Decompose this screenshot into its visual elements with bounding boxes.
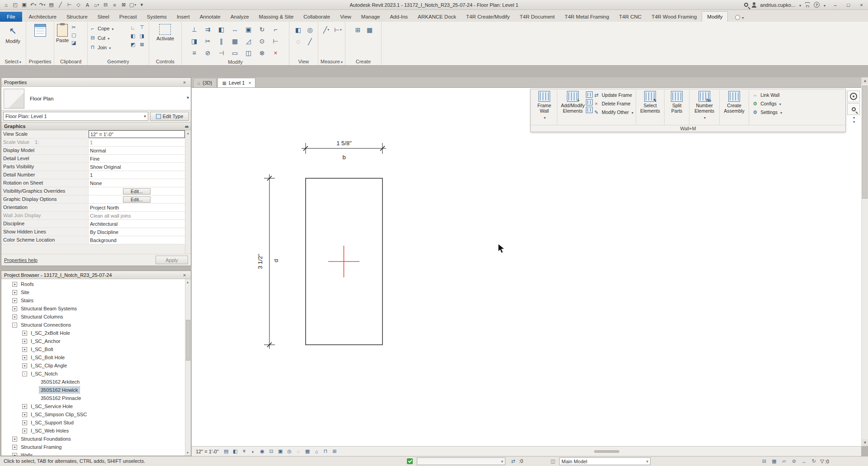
tree-item[interactable]: + Site [1, 288, 185, 296]
selection-filter[interactable]: ▽ :0 [820, 458, 829, 464]
detail-level-icon[interactable]: ▤ [222, 447, 231, 455]
ribbon-tab[interactable]: T4R Document [515, 12, 560, 22]
ribbon-tab[interactable]: T4R Metal Framing [560, 12, 614, 22]
copy-icon[interactable]: ▣ [242, 24, 255, 35]
apply-button[interactable]: Apply [156, 256, 188, 264]
copy-to-clipboard-icon[interactable]: ▢ [70, 32, 77, 38]
disallow-join-icon[interactable]: ⊗ [256, 47, 269, 59]
show-rendering-icon[interactable]: ◉ [258, 447, 267, 455]
worksharing-display-icon[interactable]: ⊞ [330, 447, 339, 455]
panel-label-select[interactable]: Select [0, 57, 26, 65]
remove-paint-icon[interactable]: ◨ [138, 33, 146, 39]
offset-icon[interactable]: ⇉ [202, 24, 214, 35]
design-options-icon[interactable]: ◫ [549, 458, 557, 465]
undo-icon[interactable]: ↶ [29, 1, 38, 9]
properties-close-icon[interactable]: × [181, 80, 188, 85]
ribbon-tab[interactable]: Analyze [226, 12, 254, 22]
split-parts-button[interactable]: Split Parts [667, 90, 687, 114]
sun-path-icon[interactable]: ☀ [240, 447, 249, 455]
editing-requests-icon[interactable]: ⇄ [509, 458, 517, 465]
tree-expander[interactable]: - [22, 371, 27, 376]
scale-icon[interactable]: ◿ [242, 35, 255, 47]
ribbon-tab[interactable]: Add-Ins [385, 12, 413, 22]
worksets-status-icon[interactable]: ▦ [770, 458, 778, 465]
tree-expander[interactable]: + [22, 412, 27, 417]
align-icon[interactable]: ⊥ [188, 24, 201, 35]
ribbon-tab[interactable]: Steel [93, 12, 114, 22]
settings-button[interactable]: ⚙ Settings [751, 109, 782, 116]
display-hidden-icon[interactable]: ◌ [292, 36, 305, 48]
ribbon-tab[interactable]: File [0, 12, 22, 22]
tree-item[interactable]: + I_SC_Support Stud [1, 418, 185, 427]
default-3d-view-icon[interactable]: ⌂ [92, 1, 101, 9]
home-icon[interactable]: ⌂ [2, 1, 10, 9]
reveal-hidden-elements-icon[interactable]: ◌ [294, 447, 303, 455]
account-menu-caret[interactable] [798, 2, 801, 8]
trim-extend-corner-icon[interactable]: ⌐ [269, 24, 282, 35]
ribbon-tab[interactable]: Annotate [195, 12, 226, 22]
tree-item[interactable]: + I_SC_Simpson Clip_SSC [1, 410, 185, 418]
measure-tool-icon[interactable]: ╱ [320, 24, 333, 36]
thin-lines-icon[interactable]: ≡ [110, 1, 119, 9]
scroll-up-icon[interactable]: ▲ [862, 77, 868, 84]
measure-icon[interactable]: ╱ [56, 1, 65, 9]
tree-expander[interactable]: - [12, 323, 17, 328]
type-selector-caret[interactable]: ▾ [187, 95, 189, 100]
paste-button[interactable]: Paste [56, 23, 69, 57]
cut-geometry-button[interactable]: ⊟ Cut [89, 33, 128, 42]
active-workset-select[interactable] [417, 457, 505, 465]
number-elements-button[interactable]: № Number Elements [692, 90, 717, 120]
temporary-view-properties-icon[interactable]: ▦ [303, 447, 312, 455]
project-browser-close-icon[interactable]: × [181, 272, 188, 278]
store-cart-icon[interactable] [804, 2, 811, 7]
tree-expander[interactable]: + [12, 314, 17, 319]
tree-item[interactable]: 350S162 Arkitech [1, 378, 185, 386]
link-wall-button[interactable]: ⇔ Link Wall [751, 91, 782, 99]
ribbon-tab[interactable]: Modify [702, 11, 728, 22]
modify-tool-button[interactable]: ↖ Modify [5, 23, 20, 57]
view-tab[interactable]: ⌂ {3D} × [193, 78, 217, 87]
beam-joins-icon[interactable]: ⊤ [138, 24, 146, 31]
match-type-properties-icon[interactable]: ◪ [70, 39, 77, 46]
unpin-icon[interactable]: ⊘ [202, 47, 214, 59]
vertical-scroll-thumb[interactable] [862, 86, 868, 199]
tree-item[interactable]: - I_SC_Notch [1, 370, 185, 378]
project-browser-header[interactable]: Project Browser - 13172_I_Notch_R23_25-0… [1, 271, 191, 279]
add-modify-elements-button[interactable]: + Add/Modify Elements [560, 90, 586, 114]
tree-item[interactable]: + Structural Beam Systems [1, 304, 185, 313]
manage-links-icon[interactable]: ▱ [780, 458, 788, 465]
modify-other-button[interactable]: ✎ Modify Other [593, 109, 633, 116]
account-icon[interactable] [751, 2, 757, 8]
reference-point-marker[interactable] [328, 246, 359, 277]
update-frame-button[interactable]: ⇄ Update Frame [593, 91, 633, 99]
select-elements-button[interactable]: ↖ Select Elements [638, 90, 662, 114]
tree-expander[interactable]: + [22, 363, 27, 368]
property-row[interactable]: Rotation on Sheet None [1, 179, 185, 187]
ribbon-display-toggle[interactable] [735, 14, 744, 20]
type-selector[interactable]: Floor Plan ▾ [1, 87, 191, 110]
property-row[interactable]: View Scale 12" = 1'-0" [1, 130, 185, 138]
ribbon-tab[interactable]: Manage [356, 12, 385, 22]
tree-expander[interactable]: + [22, 420, 27, 425]
tree-item[interactable]: + I_SC_Bolt Hole [1, 353, 185, 361]
property-row[interactable]: Visibility/Graphics Overrides Edit... [1, 187, 185, 195]
tree-expander[interactable]: + [22, 331, 27, 336]
trim-extend-multiple-icon[interactable]: ⊣ [215, 47, 228, 59]
properties-header[interactable]: Properties × [1, 78, 191, 87]
property-row[interactable]: Show Hidden Lines By Discipline [1, 228, 185, 236]
ribbon-tab[interactable]: ARKANCE Dock [413, 12, 461, 22]
drawing-canvas[interactable]: 1 5/8" b 3 1/2" d [192, 88, 861, 446]
move-icon[interactable]: ↔ [229, 24, 241, 35]
navigation-bar-options-caret[interactable]: ▾▾ [847, 116, 861, 124]
shadows-icon[interactable]: ◐ [249, 447, 258, 455]
tree-expander[interactable]: + [12, 445, 17, 450]
tree-item[interactable]: + Roofs [1, 280, 185, 288]
tree-expander[interactable]: + [12, 437, 17, 442]
dimension-icon[interactable]: ⊢ [332, 24, 344, 36]
instance-select[interactable]: Floor Plan: Level 1 [3, 112, 148, 121]
properties-help-link[interactable]: Properties help [4, 257, 38, 263]
hide-in-view-icon[interactable]: ◎ [304, 24, 316, 36]
switch-windows-icon[interactable]: ▢ [128, 1, 137, 9]
tree-item[interactable]: + I_SC_Bolt [1, 345, 185, 353]
help-icon[interactable] [814, 2, 820, 8]
